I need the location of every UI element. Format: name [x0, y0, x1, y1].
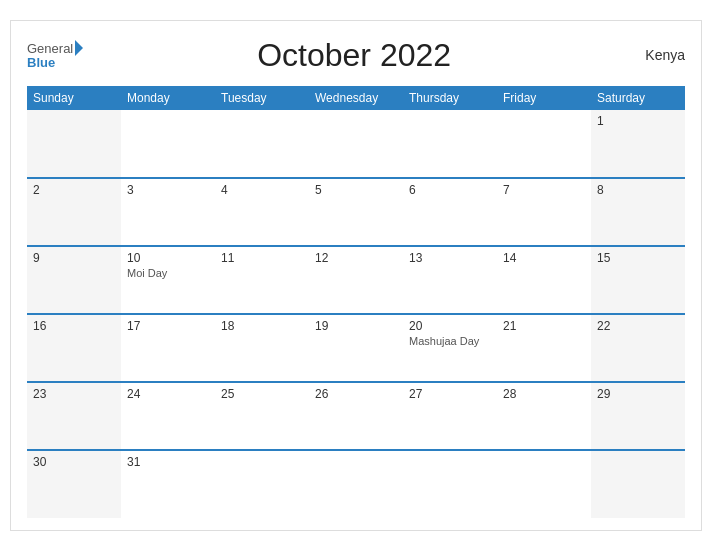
calendar-container: General Blue October 2022 Kenya SundayMo…: [10, 20, 702, 531]
calendar-cell: [27, 110, 121, 178]
logo-general: General: [27, 42, 73, 55]
week-row-1: 1: [27, 110, 685, 178]
cell-date: 9: [33, 251, 115, 265]
day-header-tuesday: Tuesday: [215, 86, 309, 110]
calendar-header: General Blue October 2022 Kenya: [27, 37, 685, 74]
calendar-cell: 19: [309, 314, 403, 382]
cell-date: 4: [221, 183, 303, 197]
cell-date: 19: [315, 319, 397, 333]
calendar-cell: 23: [27, 382, 121, 450]
cell-date: 17: [127, 319, 209, 333]
day-header-saturday: Saturday: [591, 86, 685, 110]
calendar-cell: 30: [27, 450, 121, 518]
day-header-monday: Monday: [121, 86, 215, 110]
day-header-sunday: Sunday: [27, 86, 121, 110]
calendar-cell: 12: [309, 246, 403, 314]
calendar-cell: 28: [497, 382, 591, 450]
cell-date: 31: [127, 455, 209, 469]
day-header-thursday: Thursday: [403, 86, 497, 110]
cell-date: 24: [127, 387, 209, 401]
cell-date: 29: [597, 387, 679, 401]
calendar-cell: 13: [403, 246, 497, 314]
cell-date: 14: [503, 251, 585, 265]
calendar-title: October 2022: [83, 37, 625, 74]
calendar-cell: [403, 110, 497, 178]
logo-blue: Blue: [27, 56, 55, 69]
day-header-friday: Friday: [497, 86, 591, 110]
cell-date: 27: [409, 387, 491, 401]
calendar-cell: 4: [215, 178, 309, 246]
calendar-cell: 1: [591, 110, 685, 178]
calendar-cell: 11: [215, 246, 309, 314]
cell-date: 2: [33, 183, 115, 197]
calendar-cell: 26: [309, 382, 403, 450]
calendar-cell: 24: [121, 382, 215, 450]
week-row-2: 2345678: [27, 178, 685, 246]
calendar-cell: 3: [121, 178, 215, 246]
calendar-cell: 6: [403, 178, 497, 246]
cell-date: 11: [221, 251, 303, 265]
calendar-cell: 27: [403, 382, 497, 450]
calendar-cell: 21: [497, 314, 591, 382]
cell-date: 13: [409, 251, 491, 265]
cell-date: 10: [127, 251, 209, 265]
logo-triangle-icon: [75, 40, 83, 56]
calendar-cell: 17: [121, 314, 215, 382]
country-label: Kenya: [625, 47, 685, 63]
cell-date: 26: [315, 387, 397, 401]
calendar-cell: [497, 450, 591, 518]
calendar-cell: [309, 110, 403, 178]
day-header-row: SundayMondayTuesdayWednesdayThursdayFrid…: [27, 86, 685, 110]
cell-date: 3: [127, 183, 209, 197]
calendar-cell: 2: [27, 178, 121, 246]
cell-date: 6: [409, 183, 491, 197]
day-header-wednesday: Wednesday: [309, 86, 403, 110]
cell-date: 23: [33, 387, 115, 401]
calendar-cell: [215, 110, 309, 178]
calendar-cell: 29: [591, 382, 685, 450]
cell-event: Mashujaa Day: [409, 335, 491, 347]
calendar-cell: 8: [591, 178, 685, 246]
cell-date: 18: [221, 319, 303, 333]
calendar-cell: 18: [215, 314, 309, 382]
calendar-cell: 15: [591, 246, 685, 314]
cell-date: 22: [597, 319, 679, 333]
cell-date: 1: [597, 114, 679, 128]
cell-date: 30: [33, 455, 115, 469]
calendar-cell: [591, 450, 685, 518]
cell-date: 21: [503, 319, 585, 333]
calendar-cell: 25: [215, 382, 309, 450]
cell-date: 20: [409, 319, 491, 333]
calendar-cell: [497, 110, 591, 178]
calendar-cell: [215, 450, 309, 518]
logo: General Blue: [27, 42, 83, 69]
calendar-table: SundayMondayTuesdayWednesdayThursdayFrid…: [27, 86, 685, 518]
calendar-cell: 16: [27, 314, 121, 382]
week-row-3: 910Moi Day1112131415: [27, 246, 685, 314]
cell-date: 15: [597, 251, 679, 265]
week-row-6: 3031: [27, 450, 685, 518]
calendar-cell: 31: [121, 450, 215, 518]
calendar-cell: 20Mashujaa Day: [403, 314, 497, 382]
cell-date: 12: [315, 251, 397, 265]
cell-date: 5: [315, 183, 397, 197]
calendar-cell: 10Moi Day: [121, 246, 215, 314]
cell-date: 8: [597, 183, 679, 197]
calendar-cell: 7: [497, 178, 591, 246]
cell-event: Moi Day: [127, 267, 209, 279]
calendar-cell: [309, 450, 403, 518]
calendar-cell: [403, 450, 497, 518]
calendar-cell: 22: [591, 314, 685, 382]
calendar-cell: [121, 110, 215, 178]
calendar-cell: 9: [27, 246, 121, 314]
calendar-cell: 5: [309, 178, 403, 246]
cell-date: 28: [503, 387, 585, 401]
week-row-5: 23242526272829: [27, 382, 685, 450]
week-row-4: 1617181920Mashujaa Day2122: [27, 314, 685, 382]
cell-date: 25: [221, 387, 303, 401]
calendar-cell: 14: [497, 246, 591, 314]
cell-date: 7: [503, 183, 585, 197]
cell-date: 16: [33, 319, 115, 333]
